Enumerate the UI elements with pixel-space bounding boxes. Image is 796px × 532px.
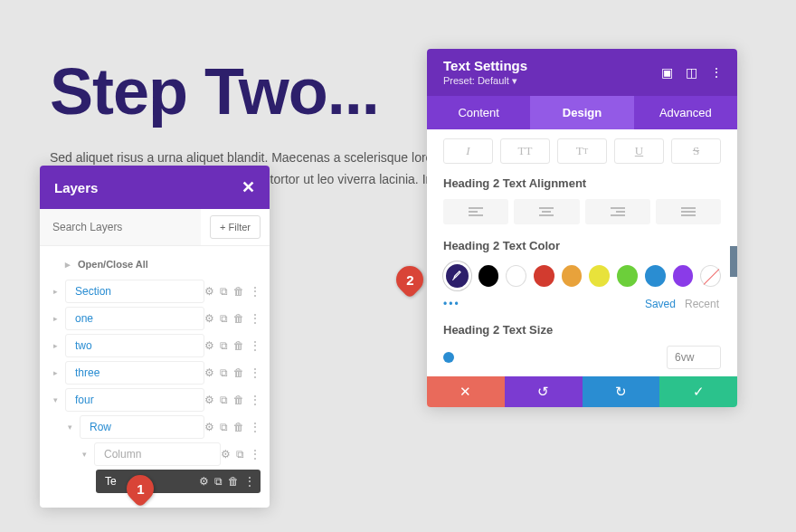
chevron-right-icon[interactable]: ▸	[49, 314, 62, 323]
undo-button[interactable]: ↺	[505, 376, 583, 407]
more-colors-icon[interactable]: •••	[443, 298, 460, 310]
underline-button[interactable]: U	[614, 138, 664, 164]
duplicate-icon[interactable]: ⧉	[220, 366, 228, 379]
layer-four[interactable]: four	[65, 388, 204, 412]
h2-size-label: Heading 2 Text Size	[443, 323, 721, 337]
duplicate-icon[interactable]: ⧉	[220, 312, 228, 325]
trash-icon[interactable]: 🗑	[233, 421, 244, 433]
gear-icon[interactable]: ⚙	[204, 312, 214, 325]
align-right-button[interactable]	[585, 199, 650, 224]
swatch-orange[interactable]	[562, 265, 583, 287]
dots-icon[interactable]: ⋮	[250, 394, 261, 406]
menu-dots-icon[interactable]: ⋮	[710, 65, 723, 80]
trash-icon[interactable]: 🗑	[233, 394, 244, 406]
swatch-black[interactable]	[479, 265, 499, 287]
filter-button[interactable]: + Filter	[210, 215, 261, 239]
h2-alignment-label: Heading 2 Text Alignment	[443, 176, 721, 190]
chevron-down-icon[interactable]: ▾	[78, 450, 90, 459]
duplicate-icon[interactable]: ⧉	[220, 285, 228, 298]
chevron-right-icon[interactable]: ▸	[49, 287, 62, 296]
dots-icon[interactable]: ⋮	[250, 312, 261, 325]
discard-button[interactable]: ✕	[427, 376, 505, 407]
size-input[interactable]	[667, 346, 721, 369]
duplicate-icon[interactable]: ⧉	[220, 421, 228, 433]
gear-icon[interactable]: ⚙	[204, 394, 214, 406]
h2-color-label: Heading 2 Text Color	[443, 239, 721, 252]
gear-icon[interactable]: ⚙	[204, 421, 214, 433]
open-close-all[interactable]: ▸Open/Close All	[40, 253, 270, 278]
gear-icon[interactable]: ⚙	[204, 339, 214, 352]
dots-icon[interactable]: ⋮	[250, 366, 261, 379]
duplicate-icon[interactable]: ⧉	[236, 448, 244, 461]
tab-advanced[interactable]: Advanced	[634, 96, 737, 129]
size-slider-handle[interactable]	[443, 352, 454, 363]
redo-button[interactable]: ↻	[583, 376, 660, 407]
swatch-none[interactable]	[700, 265, 721, 287]
expand-icon[interactable]: ▣	[661, 65, 673, 80]
confirm-button[interactable]: ✓	[659, 376, 737, 407]
layer-column[interactable]: Column	[94, 442, 221, 466]
dots-icon[interactable]: ⋮	[250, 421, 261, 433]
saved-colors-tab[interactable]: Saved	[645, 298, 676, 310]
settings-title: Text Settings	[443, 58, 527, 73]
strikethrough-button[interactable]: S	[671, 138, 721, 164]
callout-2: 2	[391, 261, 429, 299]
page-title: Step Two...	[50, 54, 379, 128]
settings-panel: Text Settings Preset: Default ▾ ▣ ◫ ⋮ Co…	[427, 49, 737, 407]
swatch-green[interactable]	[617, 265, 638, 287]
dots-icon[interactable]: ⋮	[244, 475, 255, 488]
duplicate-icon[interactable]: ⧉	[214, 475, 223, 488]
swatch-yellow[interactable]	[589, 265, 610, 287]
gear-icon[interactable]: ⚙	[204, 285, 214, 298]
trash-icon[interactable]: 🗑	[233, 285, 244, 298]
trash-icon[interactable]: 🗑	[228, 475, 239, 488]
tab-content[interactable]: Content	[427, 96, 530, 129]
trash-icon[interactable]: 🗑	[233, 339, 244, 352]
layer-row[interactable]: Row	[80, 415, 204, 439]
align-center-button[interactable]	[514, 199, 579, 224]
recent-colors-tab[interactable]: Recent	[685, 298, 719, 310]
layer-one[interactable]: one	[65, 307, 204, 330]
layer-three[interactable]: three	[65, 361, 204, 385]
gear-icon[interactable]: ⚙	[221, 448, 231, 461]
color-picker-eyedropper[interactable]	[443, 261, 471, 290]
layers-title: Layers	[54, 180, 98, 195]
swatch-purple[interactable]	[673, 265, 694, 287]
close-icon[interactable]: ✕	[242, 177, 255, 197]
dots-icon[interactable]: ⋮	[250, 339, 261, 352]
chevron-right-icon[interactable]: ▸	[49, 341, 62, 350]
dots-icon[interactable]: ⋮	[250, 285, 261, 298]
align-left-button[interactable]	[443, 199, 508, 224]
trash-icon[interactable]: 🗑	[233, 312, 244, 325]
uppercase-button[interactable]: TT	[500, 138, 550, 164]
swatch-red[interactable]	[534, 265, 554, 287]
preset-selector[interactable]: Preset: Default ▾	[443, 75, 527, 87]
gear-icon[interactable]: ⚙	[204, 366, 214, 379]
snap-icon[interactable]: ◫	[686, 65, 697, 80]
chevron-down-icon[interactable]: ▾	[49, 395, 62, 404]
italic-button[interactable]: I	[443, 138, 493, 164]
align-justify-button[interactable]	[656, 199, 721, 224]
trash-icon[interactable]: 🗑	[233, 366, 244, 379]
smallcaps-button[interactable]: TT	[557, 138, 607, 164]
chevron-right-icon[interactable]: ▸	[49, 368, 62, 377]
duplicate-icon[interactable]: ⧉	[220, 394, 228, 406]
layers-panel: Layers ✕ + Filter ▸Open/Close All ▸ Sect…	[40, 166, 270, 508]
swatch-blue[interactable]	[645, 265, 666, 287]
dots-icon[interactable]: ⋮	[250, 448, 261, 461]
search-input[interactable]	[40, 209, 201, 245]
tab-design[interactable]: Design	[530, 96, 633, 129]
swatch-white[interactable]	[506, 265, 526, 287]
layer-two[interactable]: two	[65, 334, 204, 357]
duplicate-icon[interactable]: ⧉	[220, 339, 228, 352]
layer-section[interactable]: Section	[65, 280, 204, 303]
chevron-down-icon[interactable]: ▾	[63, 423, 76, 432]
scrollbar[interactable]	[730, 246, 737, 277]
gear-icon[interactable]: ⚙	[199, 475, 209, 488]
